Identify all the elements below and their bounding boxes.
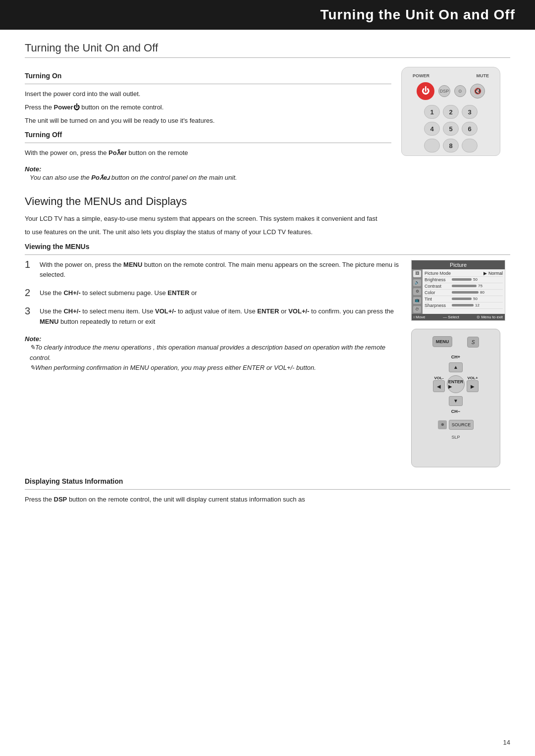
source-icon: ⊕ (438, 420, 447, 429)
menu-bar-sharpness: 12 (452, 303, 503, 307)
displaying-text: Press the DSP button on the remote contr… (25, 495, 510, 505)
item1-bold: MENU (123, 261, 142, 268)
menu-row-contrast: Contrast 75 (425, 283, 503, 290)
turning-on-label: Turning On (25, 72, 391, 80)
num-btn-8: 8 (443, 139, 459, 152)
viewing-body: 1 With the power on, press the MENU butt… (25, 260, 510, 467)
viewing-menus-label: Viewing the MENUs (25, 243, 510, 251)
picture-menu-body: 🖼 🔊 ⚙ 📺 ⏱ Picture Mode ▶ Normal (412, 269, 505, 314)
note2-label: Note: (25, 335, 401, 343)
source-row: ⊕ SOURCE (438, 420, 474, 430)
num-btn-6: 6 (462, 122, 478, 136)
s-button-icon: S (467, 337, 479, 348)
item3-bold1: CH+/- (63, 307, 80, 315)
menu-row-sharpness: Sharpness 12 (425, 302, 503, 309)
enter-btn-icon: ENTER▶ (447, 375, 465, 393)
source-btn: SOURCE (449, 420, 474, 430)
item-number-1: 1 (25, 259, 34, 270)
vol-minus-btn: ◀ (433, 380, 445, 392)
menu-row-mode: Picture Mode ▶ Normal (425, 270, 503, 277)
item2-bold2: ENTER (167, 289, 189, 297)
header-title: Turning the Unit On and Off (320, 7, 515, 22)
menu-icons-col: 🖼 🔊 ⚙ 📺 ⏱ (412, 269, 423, 314)
menu-row-brightness: Brightness 50 (425, 277, 503, 283)
menu-label-mode: Picture Mode (425, 271, 452, 276)
right-col: Picture 🖼 🔊 ⚙ 📺 ⏱ Picture Mode (411, 260, 510, 467)
item2-bold: CH+/- (63, 289, 80, 297)
remote-label-row: POWER MUTE (407, 73, 495, 78)
menu-icon-4: 📺 (413, 297, 421, 304)
menu-bar-tint: 50 (452, 297, 503, 301)
num-btn-4: 4 (424, 122, 440, 136)
turning-on-text1: Insert the power cord into the wall outl… (25, 89, 391, 100)
sharpness-bar (452, 304, 474, 306)
item-text-2: Use the CH+/- to select submenu page. Us… (40, 288, 197, 299)
cd-button-icon: ⊙ (454, 85, 466, 97)
menu-row-tint: Tint 50 (425, 296, 503, 302)
power-label: POWER (413, 73, 429, 78)
num-btn-1: 1 (424, 105, 440, 119)
menu-btn-icon: MENU (432, 336, 452, 347)
dpad-middle-row: VOL- ◀ ENTER▶ VOL+ ▶ (433, 375, 479, 393)
num-btn-9 (462, 139, 478, 152)
page-number: 14 (503, 739, 510, 746)
tint-val: 50 (473, 297, 478, 301)
text2-suffix: button on the remote control. (80, 103, 164, 111)
text2-prefix: Press the (25, 103, 54, 111)
contrast-bar (452, 285, 477, 287)
menu-icon-2: 🔊 (413, 279, 421, 286)
color-bar (452, 291, 479, 294)
menu-bar-brightness: 50 (452, 277, 503, 282)
note-label: Note: (25, 165, 391, 173)
contrast-val: 75 (478, 284, 482, 288)
ch-up-btn: ▲ (449, 362, 463, 372)
menu-label-brightness: Brightness (425, 277, 452, 282)
vol-plus-label: VOL+ (467, 376, 478, 380)
dsp-button-icon: DSP (438, 85, 450, 97)
num-btn-5: 5 (443, 122, 459, 136)
menu-val-mode: ▶ Normal (483, 271, 503, 276)
footer-select: — Select (443, 315, 459, 319)
menu-item-1: 1 With the power on, press the MENU butt… (25, 260, 401, 281)
dpad-row-top: ▲ (449, 362, 463, 372)
menu-bar-color: 80 (452, 290, 503, 295)
displaying-section: Displaying Status Information Press the … (25, 477, 510, 505)
tint-bar (452, 298, 472, 300)
item3-bold2: VOL+/- (155, 307, 176, 315)
num-btn-3: 3 (462, 105, 478, 119)
item-text-1: With the power on, press the MENU button… (40, 260, 401, 281)
footer-move: i Move (414, 315, 426, 319)
page-header: Turning the Unit On and Off (0, 0, 535, 30)
footer-exit: ⊙ Menu to exit (477, 315, 503, 319)
menu-row-color: Color 80 (425, 290, 503, 296)
note2-block: Note: ✎To clearly introduce the menu ope… (25, 335, 401, 373)
sharpness-val: 12 (475, 303, 480, 307)
note-text: You can also use the Poƛeɹ button on the… (30, 173, 391, 183)
viewing-intro2: to use features on the unit. The unit al… (25, 227, 510, 238)
note-block: Note: You can also use the Poƛeɹ button … (25, 165, 391, 183)
turning-on-text3: The unit will be turned on and you will … (25, 116, 391, 126)
vol-minus-label: VOL- (434, 376, 443, 380)
ch-plus-label: CH+ (451, 354, 460, 359)
item3-bold3: ENTER (257, 307, 279, 315)
viewing-section: Viewing the MENUs and Displays Your LCD … (25, 195, 510, 467)
item3-bold5: MENU (40, 318, 58, 325)
section1-title: Turning the Unit On and Off (25, 42, 510, 58)
turning-off-bold: Poƛer (108, 149, 127, 156)
menu-label-contrast: Contrast (425, 284, 452, 289)
menu-footer: i Move — Select ⊙ Menu to exit (412, 314, 505, 320)
ch-down-btn: ▼ (449, 396, 463, 406)
brightness-val: 50 (473, 277, 478, 282)
num-btn-2: 2 (443, 105, 459, 119)
turning-on-text2: Press the Power⏻ button on the remote co… (25, 102, 391, 113)
vol-plus-btn: ▶ (467, 380, 479, 392)
power-button-icon: ⏻ (417, 82, 434, 100)
remote-top-widget: POWER MUTE ⏻ DSP ⊙ 🔇 1 2 3 4 5 6 (401, 67, 500, 156)
item-number-3: 3 (25, 305, 34, 317)
displaying-label: Displaying Status Information (25, 477, 510, 485)
remote-top-buttons: ⏻ DSP ⊙ 🔇 (417, 82, 485, 100)
turning-text-col: Turning On Insert the power cord into th… (25, 67, 391, 183)
note2-line2: ✎When performing confirmation in MENU op… (30, 363, 401, 373)
picture-menu-header: Picture (412, 260, 505, 269)
item-text-3: Use the CH+/- to select menu item. Use V… (40, 306, 401, 327)
